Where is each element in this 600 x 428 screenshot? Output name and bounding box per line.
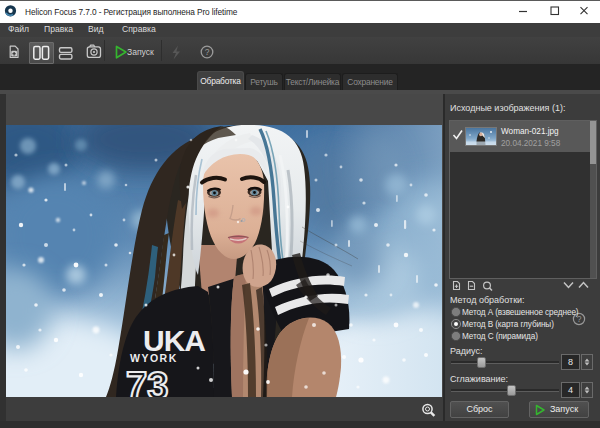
svg-text:73: 73 bbox=[126, 365, 168, 397]
svg-text:?: ? bbox=[205, 47, 210, 57]
svg-text:WYORK: WYORK bbox=[130, 352, 178, 364]
